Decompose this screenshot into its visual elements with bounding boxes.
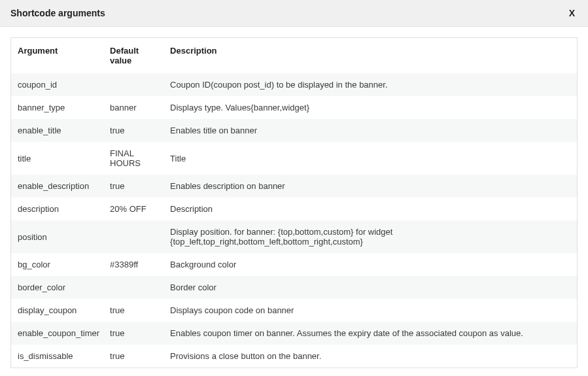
cell-argument: description bbox=[11, 197, 105, 220]
table-row: coupon_idCoupon ID(coupon post_id) to be… bbox=[11, 73, 578, 96]
cell-description: Displays type. Values{banner,widget} bbox=[165, 96, 577, 119]
cell-description: Description bbox=[165, 197, 577, 220]
cell-default-value bbox=[105, 73, 165, 96]
close-button[interactable]: X bbox=[566, 8, 578, 18]
arguments-table: Argument Default value Description coupo… bbox=[10, 37, 578, 368]
table-row: bg_color#3389ffBackground color bbox=[11, 253, 578, 276]
dialog-content: Argument Default value Description coupo… bbox=[0, 27, 588, 376]
cell-argument: enable_coupon_timer bbox=[11, 322, 105, 345]
table-row: description20% OFFDescription bbox=[11, 197, 578, 220]
cell-argument: is_dismissable bbox=[11, 345, 105, 368]
cell-argument: title bbox=[11, 142, 105, 175]
cell-description: Border color bbox=[165, 276, 577, 299]
cell-description: Enables coupon timer on banner. Assumes … bbox=[165, 322, 577, 345]
table-row: enable_coupon_timertrueEnables coupon ti… bbox=[11, 322, 578, 345]
cell-description: Provisions a close button on the banner. bbox=[165, 345, 577, 368]
cell-description: Enables title on banner bbox=[165, 119, 577, 142]
cell-argument: bg_color bbox=[11, 253, 105, 276]
dialog-title: Shortcode arguments bbox=[10, 8, 105, 18]
cell-argument: border_color bbox=[11, 276, 105, 299]
table-row: titleFINAL HOURSTitle bbox=[11, 142, 578, 175]
cell-description: Background color bbox=[165, 253, 577, 276]
table-row: is_dismissabletrueProvisions a close but… bbox=[11, 345, 578, 368]
cell-default-value: true bbox=[105, 175, 165, 197]
cell-default-value: true bbox=[105, 345, 165, 368]
table-row: positionDisplay position. for banner: {t… bbox=[11, 220, 578, 253]
cell-default-value: true bbox=[105, 299, 165, 322]
cell-argument: coupon_id bbox=[11, 73, 105, 96]
cell-default-value: true bbox=[105, 119, 165, 142]
cell-default-value: FINAL HOURS bbox=[105, 142, 165, 175]
column-header-description: Description bbox=[165, 38, 577, 74]
table-row: enable_titletrueEnables title on banner bbox=[11, 119, 578, 142]
column-header-argument: Argument bbox=[11, 38, 105, 74]
cell-argument: enable_title bbox=[11, 119, 105, 142]
table-row: display_coupontrueDisplays coupon code o… bbox=[11, 299, 578, 322]
column-header-default-value: Default value bbox=[105, 38, 165, 74]
cell-description: Title bbox=[165, 142, 577, 175]
table-header-row: Argument Default value Description bbox=[11, 38, 578, 74]
cell-default-value bbox=[105, 220, 165, 253]
cell-description: Enables description on banner bbox=[165, 175, 577, 197]
dialog-header: Shortcode arguments X bbox=[0, 0, 588, 27]
table-row: border_colorBorder color bbox=[11, 276, 578, 299]
cell-default-value bbox=[105, 276, 165, 299]
cell-description: Coupon ID(coupon post_id) to be displaye… bbox=[165, 73, 577, 96]
table-row: enable_descriptiontrueEnables descriptio… bbox=[11, 175, 578, 197]
cell-argument: position bbox=[11, 220, 105, 253]
cell-default-value: #3389ff bbox=[105, 253, 165, 276]
cell-description: Display position. for banner: {top,botto… bbox=[165, 220, 577, 253]
cell-argument: display_coupon bbox=[11, 299, 105, 322]
cell-argument: enable_description bbox=[11, 175, 105, 197]
cell-argument: banner_type bbox=[11, 96, 105, 119]
cell-default-value: true bbox=[105, 322, 165, 345]
cell-default-value: banner bbox=[105, 96, 165, 119]
cell-description: Displays coupon code on banner bbox=[165, 299, 577, 322]
cell-default-value: 20% OFF bbox=[105, 197, 165, 220]
table-row: banner_typebannerDisplays type. Values{b… bbox=[11, 96, 578, 119]
